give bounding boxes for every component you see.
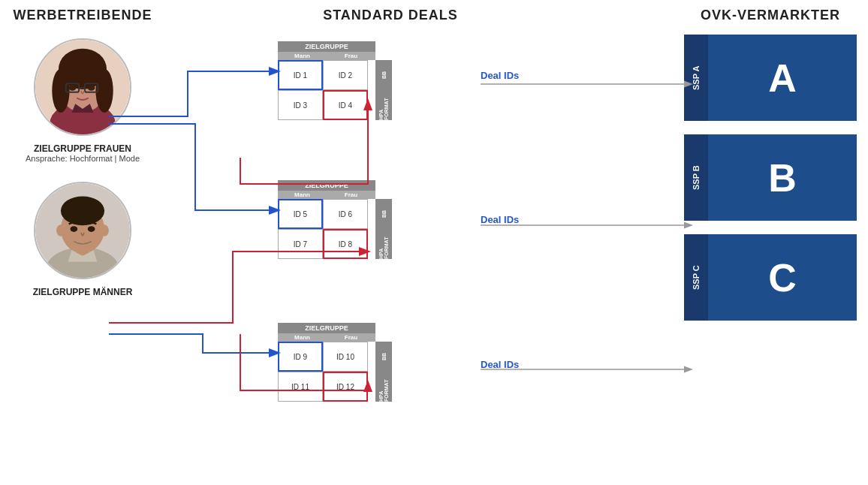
label-hpa-2: HPA FORMAT	[375, 229, 392, 259]
middle-header: STANDARD DEALS	[278, 8, 503, 23]
col-mann-1: Mann	[278, 52, 327, 60]
side-labels-1: BB HPA FORMAT	[375, 60, 392, 120]
svg-point-17	[71, 226, 78, 232]
side-labels-3: BB HPA FORMAT	[375, 342, 392, 402]
cell-id12: ID 12	[323, 372, 368, 402]
cell-id4: ID 4	[323, 90, 368, 120]
cell-id10: ID 10	[323, 342, 368, 372]
woman-section: ZIELGRUPPE FRAUEN Ansprache: Hochformat …	[8, 38, 158, 163]
subheader-1: Mann Frau	[278, 52, 375, 60]
ssp-b-label: SSP B	[684, 134, 708, 221]
ssp-a-block: SSP A A	[684, 35, 857, 121]
cell-id3: ID 3	[278, 90, 323, 120]
ssp-c-label: SSP C	[684, 234, 708, 321]
man-label: ZIELGRUPPE MÄNNER	[8, 287, 158, 297]
cell-id7: ID 7	[278, 229, 323, 259]
zielgruppe-header-1: ZIELGRUPPE	[278, 41, 375, 52]
cell-id6: ID 6	[323, 199, 368, 229]
svg-point-16	[61, 196, 104, 225]
ssp-a-box: A	[708, 35, 857, 121]
ssp-b-block: SSP B B	[684, 134, 857, 221]
svg-point-10	[69, 85, 77, 91]
col-frau-1: Frau	[327, 52, 375, 60]
deal-ids-label-2: Deal IDs	[481, 214, 519, 225]
svg-point-19	[56, 224, 65, 236]
deal-grid-3: ID 9 ID 10 ID 11 ID 12 BB HPA FORMAT	[278, 342, 375, 402]
deal-grid-1: ID 1 ID 2 ID 3 ID 4 BB HPA FORMAT	[278, 60, 375, 120]
man-section: ZIELGRUPPE MÄNNER	[8, 182, 158, 297]
svg-point-5	[52, 69, 69, 113]
cell-id8: ID 8	[323, 229, 368, 259]
man-avatar	[34, 182, 131, 279]
ssp-a-label: SSP A	[684, 35, 708, 121]
deal-block-3: ZIELGRUPPE Mann Frau ID 9 ID 10 ID 11 ID…	[278, 323, 375, 402]
deal-ids-label-3: Deal IDs	[481, 359, 519, 370]
woman-avatar	[34, 38, 131, 136]
col-mann-2: Mann	[278, 191, 327, 199]
svg-point-11	[88, 85, 95, 91]
label-bb-3: BB	[375, 342, 392, 372]
ssp-b-box: B	[708, 134, 857, 221]
cell-id5: ID 5	[278, 199, 323, 229]
cell-id9: ID 9	[278, 342, 323, 372]
deal-block-1: ZIELGRUPPE Mann Frau ID 1 ID 2 ID 3 ID 4…	[278, 41, 375, 120]
deal-grid-2: ID 5 ID 6 ID 7 ID 8 BB HPA FORMAT	[278, 199, 375, 259]
right-header: OVK-VERMARKTER	[684, 8, 857, 23]
cell-id11: ID 11	[278, 372, 323, 402]
col-frau-2: Frau	[327, 191, 375, 199]
label-bb-1: BB	[375, 60, 392, 90]
zielgruppe-header-3: ZIELGRUPPE	[278, 323, 375, 333]
col-frau-3: Frau	[327, 333, 375, 342]
label-bb-2: BB	[375, 199, 392, 229]
col-mann-3: Mann	[278, 333, 327, 342]
ssp-c-block: SSP C C	[684, 234, 857, 321]
right-column: OVK-VERMARKTER SSP A A SSP B B SSP C C	[684, 8, 857, 321]
left-column: WERBETREIBENDE	[8, 8, 158, 297]
ssp-c-box: C	[708, 234, 857, 321]
deal-block-2: ZIELGRUPPE Mann Frau ID 5 ID 6 ID 7 ID 8…	[278, 180, 375, 259]
deal-ids-label-1: Deal IDs	[481, 70, 519, 81]
man-name: ZIELGRUPPE MÄNNER	[8, 287, 158, 297]
svg-point-18	[88, 226, 95, 232]
woman-name: ZIELGRUPPE FRAUEN	[8, 143, 158, 154]
zielgruppe-header-2: ZIELGRUPPE	[278, 180, 375, 191]
woman-label: ZIELGRUPPE FRAUEN Ansprache: Hochformat …	[8, 143, 158, 163]
label-hpa-3: HPA FORMAT	[375, 372, 392, 402]
side-labels-2: BB HPA FORMAT	[375, 199, 392, 259]
subheader-2: Mann Frau	[278, 191, 375, 199]
cell-id1: ID 1	[278, 60, 323, 90]
woman-desc: Ansprache: Hochformat | Mode	[8, 154, 158, 163]
left-header: WERBETREIBENDE	[8, 8, 158, 23]
subheader-3: Mann Frau	[278, 333, 375, 342]
svg-point-20	[100, 224, 109, 236]
cell-id2: ID 2	[323, 60, 368, 90]
label-hpa-1: HPA FORMAT	[375, 90, 392, 120]
